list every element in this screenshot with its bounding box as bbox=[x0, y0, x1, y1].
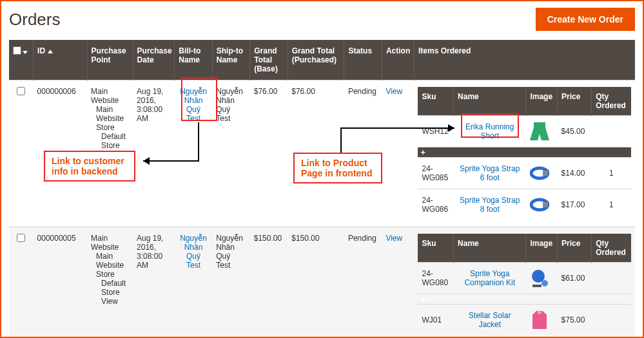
expand-row[interactable]: + bbox=[418, 147, 631, 158]
order-status: Pending bbox=[344, 80, 382, 227]
sort-asc-icon bbox=[48, 50, 53, 53]
product-link[interactable]: Stellar Solar Jacket bbox=[469, 311, 511, 329]
order-status: Pending bbox=[344, 227, 382, 339]
item-row: 24-WG086Sprite Yoga Strap 8 foot$17.001 bbox=[418, 189, 631, 221]
item-qty bbox=[592, 116, 631, 147]
nested-col-qty: Qty Ordered bbox=[592, 87, 631, 116]
item-sku: 24-WG080 bbox=[418, 263, 453, 294]
item-price: $75.00 bbox=[558, 305, 592, 336]
col-id[interactable]: ID bbox=[34, 40, 88, 80]
product-link[interactable]: Sprite Yoga Strap 8 foot bbox=[460, 196, 520, 214]
select-all-checkbox[interactable] bbox=[13, 46, 21, 55]
item-price: $17.00 bbox=[558, 189, 592, 221]
svg-point-5 bbox=[542, 280, 548, 286]
orders-grid: ID Purchase Point Purchase Date Bill-to … bbox=[9, 40, 635, 338]
product-link[interactable]: Sprite Yoga Strap 6 foot bbox=[460, 164, 520, 182]
purchase-point: Main WebsiteMain Website StoreDefault St… bbox=[87, 227, 133, 339]
item-row: WJ01Stellar Solar Jacket$75.00 bbox=[418, 305, 631, 336]
col-action[interactable]: Action bbox=[382, 40, 414, 80]
row-checkbox[interactable] bbox=[17, 87, 25, 95]
table-row: 000000005Main WebsiteMain Website StoreD… bbox=[9, 227, 635, 339]
nested-col-price: Price bbox=[558, 87, 592, 116]
grand-total-base: $76.00 bbox=[250, 80, 288, 227]
col-purchase-date[interactable]: Purchase Date bbox=[133, 40, 175, 80]
col-ship-to[interactable]: Ship-to Name bbox=[212, 40, 249, 80]
col-items-ordered[interactable]: Items Ordered bbox=[414, 40, 635, 80]
nested-col-image: Image bbox=[526, 234, 558, 263]
chevron-down-icon bbox=[23, 51, 28, 54]
item-row: WSH12Erika Running Short$45.00 bbox=[418, 116, 631, 147]
page-header: Orders Create New Order bbox=[9, 8, 635, 31]
item-qty: 1 bbox=[592, 189, 631, 221]
item-price: $61.00 bbox=[558, 263, 592, 294]
item-price: $45.00 bbox=[558, 116, 592, 147]
item-sku: WSH12 bbox=[418, 116, 453, 147]
ship-to-name: Nguyễn Nhân Quý Test bbox=[212, 227, 249, 339]
product-link[interactable]: Sprite Yoga Companion Kit bbox=[464, 269, 515, 287]
page-title: Orders bbox=[9, 10, 60, 30]
item-row: 24-WG080Sprite Yoga Companion Kit$61.00 bbox=[418, 263, 631, 294]
select-all-header[interactable] bbox=[9, 40, 34, 80]
item-qty: 1 bbox=[592, 158, 631, 189]
customer-link[interactable]: Nguyễn Nhân Quý Test bbox=[180, 234, 207, 270]
product-image-icon bbox=[530, 120, 549, 143]
items-nested-table: SkuNameImagePriceQty Ordered24-WG080Spri… bbox=[418, 234, 631, 335]
order-id: 000000005 bbox=[34, 227, 88, 339]
nested-col-image: Image bbox=[526, 87, 558, 116]
col-grand-purchased[interactable]: Grand Total (Purchased) bbox=[288, 40, 344, 80]
col-grand-base[interactable]: Grand Total (Base) bbox=[250, 40, 288, 80]
row-checkbox[interactable] bbox=[17, 234, 25, 242]
items-nested-table: SkuNameImagePriceQty OrderedWSH12Erika R… bbox=[418, 87, 631, 220]
item-sku: WJ01 bbox=[418, 305, 453, 336]
product-image-icon bbox=[530, 267, 549, 290]
nested-col-name: Name bbox=[454, 87, 526, 116]
svg-rect-3 bbox=[543, 202, 548, 207]
product-link[interactable]: Erika Running Short bbox=[465, 122, 514, 140]
product-image-icon bbox=[530, 162, 549, 185]
item-qty bbox=[592, 263, 631, 294]
nested-col-sku: Sku bbox=[418, 87, 453, 116]
product-image-icon bbox=[530, 308, 549, 332]
plus-icon[interactable]: + bbox=[418, 294, 631, 305]
create-order-button[interactable]: Create New Order bbox=[536, 8, 635, 31]
plus-icon[interactable]: + bbox=[418, 147, 631, 158]
col-status[interactable]: Status bbox=[344, 40, 382, 80]
grand-total-purchased: $76.00 bbox=[288, 80, 344, 227]
svg-rect-1 bbox=[543, 171, 548, 176]
ship-to-name: Nguyễn Nhân Quý Test bbox=[212, 80, 249, 227]
svg-rect-6 bbox=[532, 285, 542, 287]
item-price: $14.00 bbox=[558, 158, 592, 189]
purchase-date: Aug 19, 2016, 3:08:00 AM bbox=[133, 80, 175, 227]
svg-point-7 bbox=[538, 310, 542, 314]
order-id: 000000006 bbox=[34, 80, 88, 227]
view-order-link[interactable]: View bbox=[385, 87, 402, 96]
view-order-link[interactable]: View bbox=[385, 234, 402, 243]
item-qty bbox=[592, 305, 631, 336]
grid-header-row: ID Purchase Point Purchase Date Bill-to … bbox=[9, 40, 635, 80]
grand-total-purchased: $150.00 bbox=[288, 227, 344, 339]
customer-link[interactable]: Nguyễn Nhân Quý Test bbox=[180, 87, 207, 123]
col-bill-to[interactable]: Bill-to Name bbox=[175, 40, 212, 80]
product-image-icon bbox=[530, 193, 549, 216]
item-row: 24-WG085Sprite Yoga Strap 6 foot$14.001 bbox=[418, 158, 631, 189]
nested-col-qty: Qty Ordered bbox=[592, 234, 631, 263]
nested-col-price: Price bbox=[558, 234, 592, 263]
nested-col-sku: Sku bbox=[418, 234, 453, 263]
table-row: 000000006Main WebsiteMain Website StoreD… bbox=[9, 80, 635, 227]
col-purchase-point[interactable]: Purchase Point bbox=[87, 40, 133, 80]
item-sku: 24-WG086 bbox=[418, 189, 453, 221]
grand-total-base: $150.00 bbox=[250, 227, 288, 339]
purchase-date: Aug 19, 2016, 3:08:00 AM bbox=[133, 227, 175, 339]
nested-col-name: Name bbox=[454, 234, 526, 263]
item-sku: 24-WG085 bbox=[418, 158, 453, 189]
expand-row[interactable]: + bbox=[418, 294, 631, 305]
purchase-point: Main WebsiteMain Website StoreDefault St… bbox=[87, 80, 133, 227]
